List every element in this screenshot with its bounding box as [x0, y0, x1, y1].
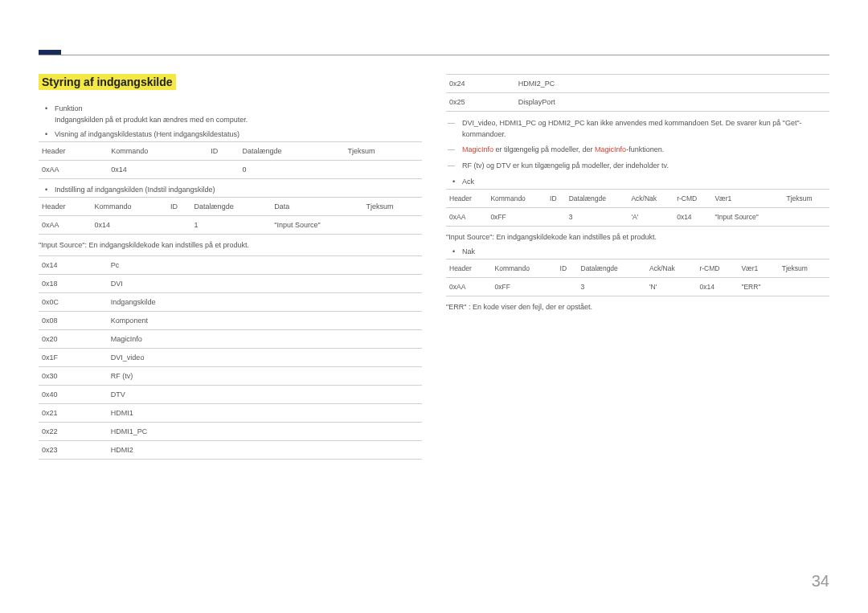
code-value: 0x40: [39, 386, 108, 404]
td: 0xFF: [487, 208, 547, 227]
note-dvi: DVI_video, HDMI1_PC og HDMI2_PC kan ikke…: [462, 118, 829, 140]
td: [344, 161, 422, 179]
th: Datalængde: [239, 142, 344, 161]
table-get-status: Header Kommando ID Datalængde Tjeksum 0x…: [39, 141, 422, 179]
td: "ERR": [738, 278, 778, 296]
text: -funktionen.: [626, 145, 664, 153]
th: ID: [557, 260, 578, 278]
page-content: Styring af indgangskilde Funktion Indgan…: [39, 74, 829, 466]
table-set-source: Header Kommando ID Datalængde Data Tjeks…: [39, 197, 422, 235]
code-value: 0x30: [39, 367, 108, 386]
th: Datalængde: [191, 198, 272, 216]
th: Vær1: [711, 190, 783, 208]
nak-label: Nak: [462, 247, 829, 255]
code-value: 0x21: [39, 404, 108, 423]
th: Datalængde: [566, 190, 628, 208]
code-label: DVI_video: [108, 349, 422, 367]
code-value: 0x18: [39, 275, 108, 293]
th: Header: [39, 198, 92, 216]
th: ID: [207, 142, 239, 161]
code-value: 0x0C: [39, 293, 108, 312]
th: Tjeksum: [344, 142, 422, 161]
code-value: 0x22: [39, 423, 108, 441]
td: [207, 161, 239, 179]
code-label: HDMI1_PC: [108, 423, 422, 441]
note-rf: RF (tv) og DTV er kun tilgængelig på mod…: [462, 161, 829, 172]
td: 0: [239, 161, 344, 179]
code-value: 0x20: [39, 330, 108, 349]
code-label: Pc: [108, 256, 422, 275]
code-value: 0x14: [39, 256, 108, 275]
th: Data: [271, 198, 362, 216]
td: 3: [566, 208, 628, 227]
ack-label: Ack: [462, 178, 829, 186]
td: [363, 216, 422, 235]
td: 0xAA: [39, 161, 108, 179]
th: Header: [446, 190, 487, 208]
td: 0xAA: [446, 208, 487, 227]
td: 1: [191, 216, 272, 235]
th: Datalængde: [578, 260, 647, 278]
note-magicinfo: MagicInfo er tilgængelig på modeller, de…: [462, 145, 829, 156]
td: 0x14: [92, 216, 167, 235]
td: [779, 278, 829, 296]
th: Tjeksum: [784, 190, 829, 208]
funktion-desc: Indgangskilden på et produkt kan ændres …: [55, 116, 422, 124]
code-label: HDMI2: [108, 441, 422, 460]
code-value: 0x23: [39, 441, 108, 460]
td: [784, 208, 829, 227]
th: Kommando: [487, 190, 547, 208]
th: Kommando: [108, 142, 207, 161]
td: 'A': [628, 208, 674, 227]
td: "Input Source": [711, 208, 783, 227]
th: Ack/Nak: [628, 190, 674, 208]
td: [547, 208, 566, 227]
code-label: DVI: [108, 275, 422, 293]
left-column: Styring af indgangskilde Funktion Indgan…: [39, 74, 422, 466]
table-ack: Header Kommando ID Datalængde Ack/Nak r-…: [446, 189, 829, 227]
visning-label: Visning af indgangskildestatus (Hent ind…: [55, 130, 422, 138]
th: ID: [167, 198, 191, 216]
code-label: RF (tv): [108, 367, 422, 386]
funktion-label: Funktion: [55, 104, 422, 112]
td: 0x14: [108, 161, 207, 179]
code-value: 0x1F: [39, 349, 108, 367]
td: [557, 278, 578, 296]
code-value: 0x24: [446, 75, 515, 93]
td: 0xAA: [39, 216, 92, 235]
indstilling-label: Indstilling af indgangskilden (Indstil i…: [55, 186, 422, 194]
text: er tilgængelig på modeller, der: [493, 145, 595, 153]
section-heading: Styring af indgangskilde: [39, 74, 176, 90]
input-source-desc-2: "Input Source": En indgangskildekode kan…: [446, 233, 829, 241]
td: 'N': [646, 278, 696, 296]
th: r-CMD: [696, 260, 738, 278]
code-label: Indgangskilde: [108, 293, 422, 312]
code-label: Komponent: [108, 312, 422, 330]
err-desc: "ERR" : En kode viser den fejl, der er o…: [446, 303, 829, 311]
magicinfo-keyword: MagicInfo: [462, 145, 493, 153]
magicinfo-keyword: MagicInfo: [595, 145, 626, 153]
input-source-desc: "Input Source": En indgangskildekode kan…: [39, 241, 422, 249]
th: Header: [446, 260, 492, 278]
table-source-codes: 0x14Pc0x18DVI0x0CIndgangskilde0x08Kompon…: [39, 255, 422, 460]
th: Header: [39, 142, 108, 161]
th: Kommando: [492, 260, 557, 278]
td: 0xFF: [492, 278, 557, 296]
td: 0xAA: [446, 278, 492, 296]
code-label: DisplayPort: [515, 93, 829, 112]
td: [167, 216, 191, 235]
th: Vær1: [738, 260, 778, 278]
th: Kommando: [92, 198, 167, 216]
td: 0x14: [696, 278, 738, 296]
code-label: DTV: [108, 386, 422, 404]
table-nak: Header Kommando ID Datalængde Ack/Nak r-…: [446, 259, 829, 296]
td: 0x14: [674, 208, 711, 227]
th: ID: [547, 190, 566, 208]
td: "Input Source": [271, 216, 362, 235]
th: Ack/Nak: [646, 260, 696, 278]
code-label: HDMI1: [108, 404, 422, 423]
td: 3: [578, 278, 647, 296]
th: r-CMD: [674, 190, 711, 208]
code-label: MagicInfo: [108, 330, 422, 349]
header-rule: [39, 55, 829, 55]
